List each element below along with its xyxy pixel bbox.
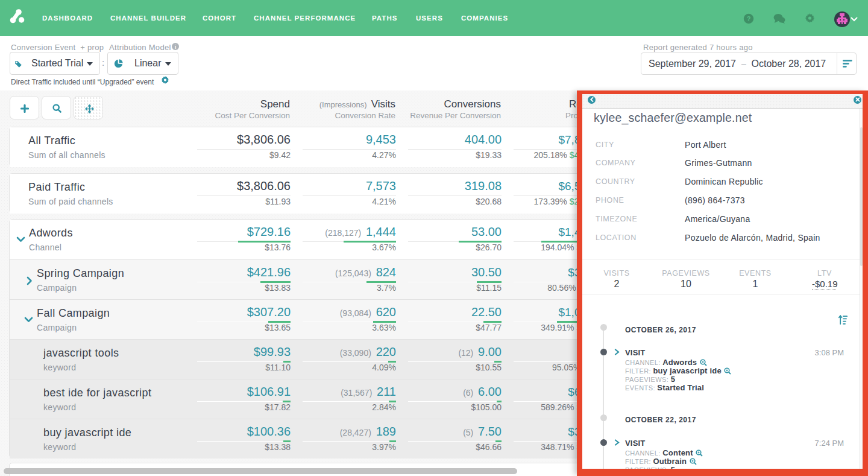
- svg-text:i: i: [175, 44, 177, 50]
- svg-text:?: ?: [747, 15, 751, 22]
